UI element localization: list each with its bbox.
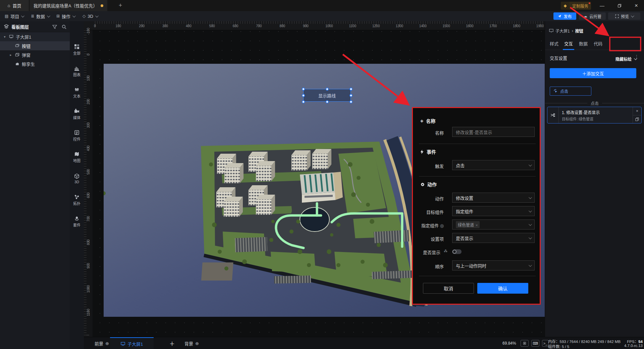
home-icon: ⌂ <box>8 3 10 8</box>
selection-handle[interactable] <box>302 100 305 103</box>
component-tag[interactable]: 绿色管道× <box>456 221 480 228</box>
action-select[interactable]: 修改设置 <box>452 193 535 203</box>
document-tab[interactable]: 我的建筑底座场景A（性能优先） <box>30 0 107 11</box>
custom-service-badge[interactable]: ◆ 定制服务 <box>561 2 591 10</box>
selection-handle[interactable] <box>350 100 353 103</box>
cloud-icon: ☁ <box>583 14 587 18</box>
tool-text-icon[interactable]: 文本 <box>70 85 84 100</box>
screen-tab-active[interactable]: 子大屏1 <box>110 337 154 349</box>
more-options-icon[interactable]: ⋮ <box>634 54 639 59</box>
tool-chart-icon[interactable]: 图表 <box>70 63 84 79</box>
tool-cube-icon[interactable]: 3D <box>70 171 84 186</box>
menu-operations-grid-icon[interactable]: ⊞操作 <box>56 11 75 21</box>
circle-plus-icon[interactable]: ⊕ <box>195 341 199 346</box>
selection-handle[interactable] <box>326 88 329 91</box>
tab-交互[interactable]: 交互 <box>564 37 573 50</box>
keyboard-shortcuts-icon[interactable]: ⌨ <box>531 340 539 347</box>
tool-topology-icon[interactable]: 拓扑 <box>70 192 84 208</box>
layer-item-2[interactable]: ▸弹窗 <box>0 50 70 59</box>
menubar: ▤项目≣数据⊞操作◇3D 发布 ☁ 云托管 预览 <box>0 11 644 21</box>
layer-item-1[interactable]: 按钮 <box>0 41 70 50</box>
copy-interaction-icon[interactable] <box>633 115 641 123</box>
tool-widget-icon[interactable]: 控件 <box>70 128 84 143</box>
remove-tag-icon[interactable]: × <box>476 223 478 227</box>
restore-button[interactable] <box>612 0 627 11</box>
selection-handle[interactable] <box>326 100 329 103</box>
layer-item-3[interactable]: 鲸孪生 <box>0 59 70 68</box>
target-field-label: 目标组件 <box>413 209 444 215</box>
new-tab-button[interactable]: + <box>115 0 125 11</box>
cloud-hosting-button[interactable]: ☁ 云托管 <box>579 12 606 20</box>
target-select[interactable]: 指定组件 <box>452 206 535 216</box>
home-label: 首页 <box>12 2 21 9</box>
add-screen-button[interactable]: ＋ <box>169 337 175 349</box>
close-button[interactable]: × <box>629 0 644 11</box>
minimize-button[interactable]: — <box>594 0 610 11</box>
screen-icon <box>9 35 14 39</box>
fit-view-icon[interactable] <box>521 340 529 347</box>
h-ruler-label: 500 <box>209 24 215 28</box>
tool-media-icon[interactable]: 媒体 <box>70 106 84 122</box>
fps-label: FPS： <box>627 340 638 344</box>
popup-icon <box>15 53 20 57</box>
tool-map-icon[interactable]: 地图 <box>70 149 84 165</box>
trigger-select[interactable]: 点击 <box>452 160 535 170</box>
menu-project-file-icon[interactable]: ▤项目 <box>5 11 23 21</box>
tree-caret-icon[interactable]: ▸ <box>9 53 13 57</box>
tool-all-components-icon[interactable]: 全部 <box>70 42 84 57</box>
chart-icon <box>74 65 79 71</box>
selection-handle[interactable] <box>302 88 305 91</box>
home-button[interactable]: ⌂ 首页 <box>0 0 29 11</box>
chevron-down-icon <box>529 209 532 212</box>
publish-button[interactable]: 发布 <box>553 12 576 20</box>
paper-plane-icon <box>558 14 561 18</box>
tab-代码[interactable]: 代码 <box>594 37 602 50</box>
component-toolbar: 全部图表文本媒体控件地图3D拓扑套件 <box>70 21 84 349</box>
setting-select[interactable]: 是否显示 <box>452 233 535 243</box>
h-ruler-label: 1500 <box>442 24 450 28</box>
interaction-card[interactable]: 1. 修改设置-是否显示 目标组件: 绿色管道 × <box>547 107 642 123</box>
search-icon[interactable] <box>62 24 66 29</box>
h-ruler-label: 400 <box>186 24 192 28</box>
menu-database-icon[interactable]: ≣数据 <box>31 11 49 21</box>
foreground-tab[interactable]: 前景 ⊕ <box>95 337 109 349</box>
chevron-down-icon <box>529 236 532 239</box>
project-file-icon: ▤ <box>5 14 8 18</box>
target-crosshair-icon[interactable]: ◎ <box>440 223 444 228</box>
h-ruler-label: 700 <box>256 24 262 28</box>
custom-service-label: 定制服务 <box>572 3 588 9</box>
h-ruler-label: 100 <box>115 24 121 28</box>
zoom-level[interactable]: 69.84% <box>502 337 516 349</box>
v-ruler-label: 400 <box>87 146 90 151</box>
canvas-button-show-route[interactable]: 显示路线 <box>303 89 351 102</box>
selection-handle[interactable] <box>350 94 353 97</box>
tool-kit-icon[interactable]: 套件 <box>70 214 84 229</box>
add-interaction-button[interactable]: ＋添加交互 <box>550 68 636 78</box>
chevron-down-icon <box>529 196 532 199</box>
selection-handle[interactable] <box>350 88 353 91</box>
name-input[interactable]: 修改设置-是否显示 <box>452 127 535 137</box>
cancel-button[interactable]: 取消 <box>423 283 474 294</box>
specify-component-select[interactable]: 绿色管道× <box>452 219 535 230</box>
h-ruler-label: 1100 <box>349 24 356 28</box>
tab-数据[interactable]: 数据 <box>579 37 588 50</box>
tree-caret-icon[interactable]: ▾ <box>3 35 7 39</box>
bind-variable-icon[interactable]: ⁂ <box>444 249 447 253</box>
preview-button[interactable]: 预览 <box>608 12 640 20</box>
click-event-chip[interactable]: 点击 <box>550 87 591 96</box>
interaction-settings-title: 交互设置 <box>550 55 567 61</box>
layer-item-0[interactable]: ▾子大屏1 <box>0 32 70 41</box>
confirm-button[interactable]: 确认 <box>477 283 528 294</box>
diamond-icon: ◆ <box>561 2 570 10</box>
circle-plus-icon[interactable]: ⊕ <box>105 341 109 346</box>
background-tab[interactable]: 背景 ⊕ <box>184 337 199 349</box>
filter-icon[interactable] <box>52 24 57 29</box>
delete-interaction-icon[interactable]: × <box>633 107 641 115</box>
order-select[interactable]: 与上一动作同时 <box>452 260 535 270</box>
selection-handle[interactable] <box>302 94 305 97</box>
visible-toggle[interactable] <box>452 249 462 254</box>
h-ruler-label: 0 <box>94 24 96 28</box>
panel-tabs: 样式交互数据代码 隐藏标绘 <box>545 37 644 50</box>
menu-cube-3d-icon[interactable]: ◇3D <box>83 11 98 21</box>
tab-样式[interactable]: 样式 <box>550 37 558 50</box>
